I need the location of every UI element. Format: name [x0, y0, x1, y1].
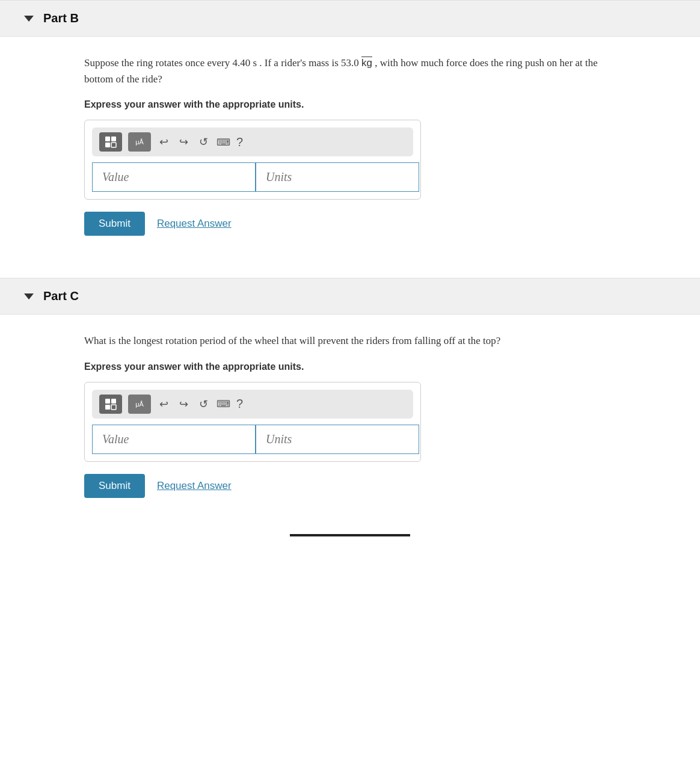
part-c-toolbar: μÅ ↩ ↪ ↺ ⌨ ? — [92, 390, 413, 419]
part-c-grid-button[interactable] — [99, 395, 122, 414]
svg-rect-2 — [105, 143, 110, 147]
part-b-request-answer-button[interactable]: Request Answer — [157, 218, 232, 230]
kg-unit: kg — [361, 57, 372, 69]
svg-rect-7 — [111, 405, 116, 410]
part-b-refresh-button[interactable]: ↺ — [197, 134, 210, 150]
part-b-value-input[interactable] — [92, 162, 256, 192]
part-c-request-answer-button[interactable]: Request Answer — [157, 480, 232, 492]
part-c-question: What is the longest rotation period of t… — [84, 333, 616, 349]
part-c-help-button[interactable]: ? — [236, 397, 243, 411]
part-b-answer-box: μÅ ↩ ↪ ↺ ⌨ ? — [84, 120, 421, 200]
part-b-redo-button[interactable]: ↪ — [177, 134, 191, 150]
part-separator — [0, 260, 700, 278]
part-b-units-input[interactable] — [256, 162, 419, 192]
part-c-answer-box: μÅ ↩ ↪ ↺ ⌨ ? — [84, 382, 421, 462]
part-b-chevron-icon[interactable] — [24, 16, 34, 22]
part-b-keyboard-button[interactable]: ⌨ — [216, 137, 230, 148]
part-c-section: Part C What is the longest rotation peri… — [0, 278, 700, 521]
part-c-redo-button[interactable]: ↪ — [177, 396, 191, 412]
part-b-grid-button[interactable] — [99, 132, 122, 152]
svg-rect-0 — [105, 137, 110, 141]
part-c-submit-button[interactable]: Submit — [84, 474, 145, 498]
svg-rect-6 — [105, 405, 110, 410]
part-c-units-input[interactable] — [256, 425, 419, 454]
part-c-chevron-icon[interactable] — [24, 293, 34, 299]
part-c-express-label: Express your answer with the appropriate… — [84, 361, 616, 372]
part-b-content: Suppose the ring rotates once every 4.40… — [0, 37, 700, 260]
part-b-section: Part B Suppose the ring rotates once eve… — [0, 0, 700, 260]
part-c-header: Part C — [0, 278, 700, 315]
part-c-content: What is the longest rotation period of t… — [0, 315, 700, 521]
part-c-keyboard-button[interactable]: ⌨ — [216, 398, 230, 410]
page-container: Part B Suppose the ring rotates once eve… — [0, 0, 700, 536]
part-b-help-button[interactable]: ? — [236, 135, 243, 149]
part-c-action-row: Submit Request Answer — [84, 474, 616, 498]
part-c-title: Part C — [43, 289, 79, 303]
part-b-undo-button[interactable]: ↩ — [157, 134, 171, 150]
part-b-action-row: Submit Request Answer — [84, 212, 616, 236]
grid-icon — [105, 136, 117, 148]
part-b-input-row — [92, 162, 413, 192]
part-c-mu-button[interactable]: μÅ — [128, 395, 151, 414]
part-b-header: Part B — [0, 0, 700, 37]
part-b-title: Part B — [43, 11, 79, 25]
part-b-submit-button[interactable]: Submit — [84, 212, 145, 236]
part-c-undo-button[interactable]: ↩ — [157, 396, 171, 412]
part-b-mu-button[interactable]: μÅ — [128, 132, 151, 152]
part-c-input-row — [92, 425, 413, 454]
grid-icon — [105, 398, 117, 410]
svg-rect-5 — [111, 399, 116, 404]
part-c-refresh-button[interactable]: ↺ — [197, 396, 210, 412]
svg-rect-4 — [105, 399, 110, 404]
bottom-divider — [290, 534, 410, 536]
part-b-toolbar: μÅ ↩ ↪ ↺ ⌨ ? — [92, 127, 413, 156]
part-c-value-input[interactable] — [92, 425, 256, 454]
svg-rect-1 — [111, 137, 116, 141]
part-b-question: Suppose the ring rotates once every 4.40… — [84, 55, 616, 87]
part-b-express-label: Express your answer with the appropriate… — [84, 99, 616, 110]
svg-rect-3 — [111, 143, 116, 147]
